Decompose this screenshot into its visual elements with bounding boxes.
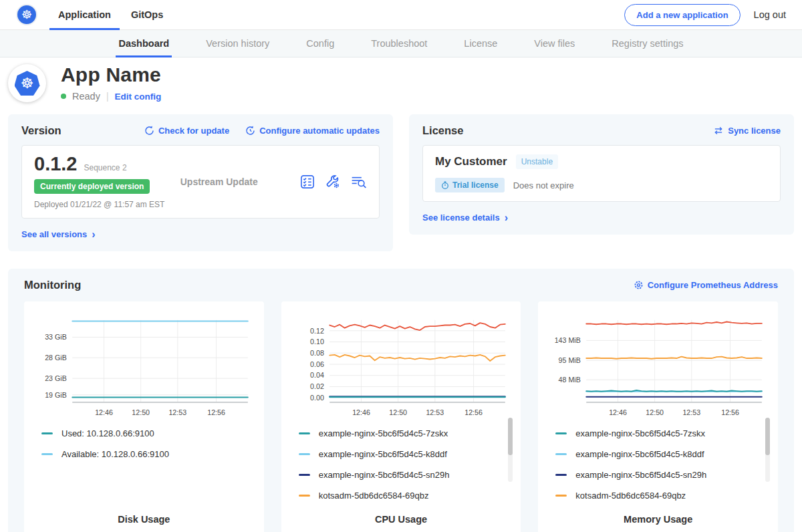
legend-label: example-nginx-5bc6f5d4c5-sn29h bbox=[319, 470, 450, 480]
tab-gitops-label: GitOps bbox=[131, 9, 163, 20]
version-card: Version Check for update Configure au bbox=[8, 114, 393, 251]
status-dot-icon bbox=[61, 94, 66, 99]
version-card-header: Version Check for update Configure au bbox=[21, 124, 380, 137]
disk-usage-plot: 12:4612:5012:5312:5633 GiB28 GiB23 GiB19… bbox=[24, 311, 264, 418]
see-all-versions-link[interactable]: See all versions › bbox=[21, 229, 96, 239]
subnav-license-label: License bbox=[464, 38, 497, 49]
subnav-license[interactable]: License bbox=[464, 30, 497, 57]
sync-icon bbox=[713, 126, 724, 135]
cards-row: Version Check for update Configure au bbox=[0, 114, 802, 251]
logout-button[interactable]: Log out bbox=[754, 9, 786, 20]
app-status-row: Ready | Edit config bbox=[61, 91, 161, 102]
version-source: Upstream Update bbox=[180, 176, 258, 187]
disk-usage-title: Disk Usage bbox=[24, 511, 264, 532]
version-info: 0.1.2 Sequence 2 Currently deployed vers… bbox=[34, 154, 164, 209]
svg-text:0.04: 0.04 bbox=[310, 371, 324, 379]
license-card-footer: See license details › bbox=[422, 211, 781, 223]
app-kubernetes-icon: ☸ bbox=[8, 64, 46, 102]
svg-text:12:56: 12:56 bbox=[464, 408, 483, 416]
configure-automatic-updates-label: Configure automatic updates bbox=[259, 126, 380, 136]
legend-label: example-nginx-5bc6f5d4c5-sn29h bbox=[575, 470, 706, 480]
legend-label: kotsadm-5db6dc6584-69qbz bbox=[319, 491, 429, 501]
license-expiry: Does not expire bbox=[513, 180, 574, 190]
config-wrench-icon[interactable] bbox=[325, 174, 340, 189]
legend-item: kotsadm-5db6dc6584-69qbz bbox=[299, 491, 504, 501]
legend-label: example-nginx-5bc6f5d4c5-7zskx bbox=[575, 428, 705, 438]
tab-gitops[interactable]: GitOps bbox=[122, 0, 172, 29]
license-card-header: License Sync license bbox=[422, 124, 781, 137]
kubernetes-wheel-glyph: ☸ bbox=[21, 7, 32, 22]
svg-text:12:46: 12:46 bbox=[609, 408, 627, 416]
legend-scrollbar[interactable] bbox=[765, 418, 770, 482]
kubernetes-logo-icon: ☸ bbox=[16, 4, 37, 25]
disk-usage-legend: Used: 10.128.0.66:9100Available: 10.128.… bbox=[24, 418, 264, 498]
svg-text:23 GiB: 23 GiB bbox=[45, 374, 67, 382]
configure-prometheus-link[interactable]: Configure Prometheus Address bbox=[634, 280, 778, 290]
app-header-text: App Name Ready | Edit config bbox=[61, 65, 161, 102]
see-license-details-link[interactable]: See license details › bbox=[422, 213, 508, 223]
svg-text:12:53: 12:53 bbox=[426, 408, 444, 416]
add-application-button[interactable]: Add a new application bbox=[624, 4, 740, 26]
version-number-row: 0.1.2 Sequence 2 bbox=[34, 154, 164, 174]
svg-text:12:50: 12:50 bbox=[389, 408, 407, 416]
legend-label: kotsadm-5db6dc6584-69qbz bbox=[575, 491, 686, 501]
subnav-troubleshoot[interactable]: Troubleshoot bbox=[371, 30, 427, 57]
tab-application[interactable]: Application bbox=[49, 0, 120, 29]
legend-color-dash-icon bbox=[555, 495, 567, 497]
sync-license-label: Sync license bbox=[728, 126, 781, 136]
subnav-dashboard[interactable]: Dashboard bbox=[118, 30, 169, 57]
subnav-view-files-label: View files bbox=[534, 38, 575, 49]
legend-item: kotsadm-5db6dc6584-69qbz bbox=[555, 491, 761, 501]
app-header: ☸ App Name Ready | Edit config bbox=[0, 57, 802, 114]
clock-refresh-icon bbox=[245, 126, 255, 136]
view-logs-icon[interactable] bbox=[351, 175, 367, 188]
legend-item: example-nginx-5bc6f5d4c5-sn29h bbox=[299, 470, 504, 480]
current-version-panel: 0.1.2 Sequence 2 Currently deployed vers… bbox=[21, 145, 380, 219]
svg-text:0.08: 0.08 bbox=[310, 349, 324, 357]
preflight-checks-icon[interactable] bbox=[300, 174, 315, 189]
subnav-version-history[interactable]: Version history bbox=[206, 30, 269, 57]
check-for-update-link[interactable]: Check for update bbox=[144, 126, 229, 136]
legend-item: example-nginx-5bc6f5d4c5-7zskx bbox=[555, 428, 761, 438]
see-license-details-label: See license details bbox=[422, 213, 500, 223]
svg-text:12:53: 12:53 bbox=[683, 408, 701, 416]
sync-license-link[interactable]: Sync license bbox=[713, 126, 781, 136]
channel-badge: Unstable bbox=[516, 154, 558, 169]
monitoring-title: Monitoring bbox=[24, 279, 81, 291]
memory-usage-chart-card: 12:4612:5012:5312:56143 MiB95 MiB48 MiB … bbox=[538, 301, 778, 532]
subnav-config[interactable]: Config bbox=[306, 30, 334, 57]
version-card-title: Version bbox=[21, 124, 61, 137]
cpu-usage-chart-card: 12:4612:5012:5312:560.120.100.080.060.04… bbox=[281, 301, 521, 532]
legend-color-dash-icon bbox=[299, 495, 310, 497]
legend-scrollbar-thumb[interactable] bbox=[765, 418, 770, 455]
configure-prometheus-label: Configure Prometheus Address bbox=[648, 280, 778, 290]
svg-text:0.02: 0.02 bbox=[310, 382, 324, 390]
legend-item: example-nginx-5bc6f5d4c5-sn29h bbox=[555, 470, 761, 480]
edit-config-link[interactable]: Edit config bbox=[115, 92, 162, 102]
subnav-version-history-label: Version history bbox=[206, 38, 269, 49]
version-number: 0.1.2 bbox=[34, 154, 78, 174]
legend-label: example-nginx-5bc6f5d4c5-k8ddf bbox=[575, 449, 704, 459]
check-for-update-label: Check for update bbox=[158, 126, 229, 136]
cpu-usage-title: CPU Usage bbox=[281, 511, 521, 532]
memory-usage-legend: example-nginx-5bc6f5d4c5-7zskxexample-ng… bbox=[538, 418, 778, 511]
legend-color-dash-icon bbox=[555, 453, 567, 455]
legend-color-dash-icon bbox=[299, 453, 310, 455]
version-actions bbox=[300, 174, 367, 189]
configure-automatic-updates-link[interactable]: Configure automatic updates bbox=[245, 126, 380, 136]
license-card: License Sync license My Customer Unstabl… bbox=[409, 114, 794, 235]
cpu-usage-legend: example-nginx-5bc6f5d4c5-7zskxexample-ng… bbox=[281, 418, 521, 511]
legend-color-dash-icon bbox=[41, 432, 53, 434]
subnav-registry-settings[interactable]: Registry settings bbox=[612, 30, 683, 57]
kubernetes-wheel-glyph: ☸ bbox=[21, 75, 34, 92]
version-card-footer: See all versions › bbox=[21, 228, 380, 240]
kubernetes-heptagon-icon: ☸ bbox=[15, 71, 40, 96]
legend-scrollbar[interactable] bbox=[508, 418, 513, 482]
subnav-view-files[interactable]: View files bbox=[534, 30, 575, 57]
legend-label: example-nginx-5bc6f5d4c5-7zskx bbox=[319, 428, 448, 438]
legend-item: Available: 10.128.0.66:9100 bbox=[41, 449, 247, 459]
svg-text:12:56: 12:56 bbox=[207, 408, 225, 416]
license-type-row: Trial license Does not expire bbox=[435, 178, 768, 192]
legend-scrollbar-thumb[interactable] bbox=[508, 418, 513, 455]
legend-label: example-nginx-5bc6f5d4c5-k8ddf bbox=[319, 449, 447, 459]
